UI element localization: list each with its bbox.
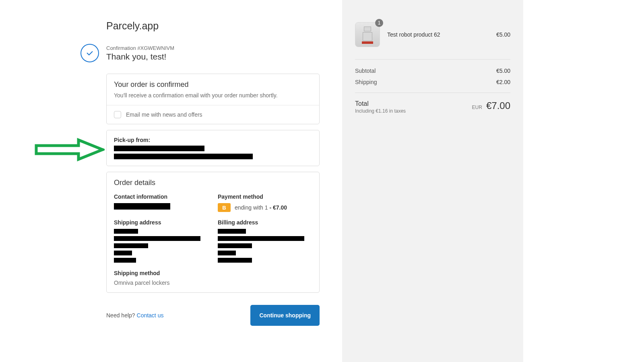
total-value: €7.00 <box>486 100 510 111</box>
redacted-line <box>114 229 138 234</box>
shipping-address-section: Shipping address <box>114 219 208 263</box>
order-confirmed-body: You'll receive a confirmation email with… <box>114 92 312 99</box>
redacted-line <box>114 146 204 151</box>
contact-info-label: Contact information <box>114 193 208 200</box>
redacted-line <box>218 229 246 234</box>
shipping-value: €2.00 <box>496 79 510 85</box>
robot-icon <box>362 27 373 43</box>
summary-item-price: €5.00 <box>496 31 510 38</box>
redacted-line <box>114 258 136 263</box>
shipping-label: Shipping <box>355 79 377 85</box>
payment-method-section: Payment method B ending with 1 - €7.00 <box>218 193 312 212</box>
billing-address-section: Billing address <box>218 219 312 263</box>
redacted-line <box>114 203 170 210</box>
redacted-line <box>218 236 304 241</box>
redacted-line <box>218 243 252 248</box>
contact-us-link[interactable]: Contact us <box>137 312 164 319</box>
confirmation-number: Confirmation #XGWEWNIVM <box>106 45 174 51</box>
footer-row: Need help? Contact us Continue shopping <box>106 305 320 326</box>
currency-code: EUR <box>472 105 482 110</box>
store-name: Parcely.app <box>106 20 342 32</box>
checkmark-icon <box>80 44 99 62</box>
subtotal-row: Subtotal €5.00 <box>355 65 510 76</box>
payment-amount: - €7.00 <box>269 204 287 211</box>
shipping-method-value: Omniva parcel lockers <box>114 280 208 286</box>
summary-item: 1 Test robot product 62 €5.00 <box>355 22 510 57</box>
confirmation-header: Confirmation #XGWEWNIVM Thank you, test! <box>80 44 342 62</box>
total-row: Total Including €1.16 in taxes EUR €7.00 <box>355 93 510 114</box>
divider <box>355 59 510 60</box>
quantity-badge: 1 <box>375 19 383 27</box>
payment-ending-text: ending with 1 <box>235 204 269 211</box>
help-text: Need help? Contact us <box>106 312 163 319</box>
order-details-card: Order details Contact information Paymen… <box>106 172 320 293</box>
subtotal-value: €5.00 <box>496 68 510 74</box>
summary-item-name: Test robot product 62 <box>387 31 496 38</box>
tax-note: Including €1.16 in taxes <box>355 108 406 114</box>
pickup-title: Pick-up from: <box>114 137 312 143</box>
pickup-card: Pick-up from: <box>106 130 320 166</box>
shipping-row: Shipping €2.00 <box>355 76 510 88</box>
subscribe-row[interactable]: Email me with news and offers <box>107 105 319 124</box>
shipping-method-label: Shipping method <box>114 270 208 276</box>
contact-info-section: Contact information <box>114 193 208 212</box>
shipping-method-section: Shipping method Omniva parcel lockers <box>114 270 208 286</box>
payment-brand-icon: B <box>218 203 231 212</box>
subtotal-label: Subtotal <box>355 68 376 74</box>
total-label: Total <box>355 100 406 107</box>
order-summary-sidebar: 1 Test robot product 62 €5.00 Subtotal €… <box>342 0 523 362</box>
continue-shopping-button[interactable]: Continue shopping <box>250 305 320 326</box>
redacted-line <box>218 251 236 255</box>
shipping-address-label: Shipping address <box>114 219 208 226</box>
help-text-label: Need help? <box>106 312 137 319</box>
redacted-line <box>114 154 253 159</box>
thank-you-heading: Thank you, test! <box>106 52 174 62</box>
billing-address-label: Billing address <box>218 219 312 226</box>
main-column: Parcely.app Confirmation #XGWEWNIVM Than… <box>0 0 342 362</box>
order-details-title: Order details <box>114 179 312 187</box>
subscribe-checkbox[interactable] <box>114 111 121 118</box>
redacted-line <box>114 236 200 241</box>
subscribe-label: Email me with news and offers <box>126 111 202 118</box>
redacted-line <box>218 258 252 263</box>
payment-method-label: Payment method <box>218 193 312 200</box>
redacted-line <box>114 251 132 255</box>
redacted-line <box>114 243 148 248</box>
order-confirmed-title: Your order is confirmed <box>114 80 312 89</box>
order-confirmed-card: Your order is confirmed You'll receive a… <box>106 74 320 124</box>
